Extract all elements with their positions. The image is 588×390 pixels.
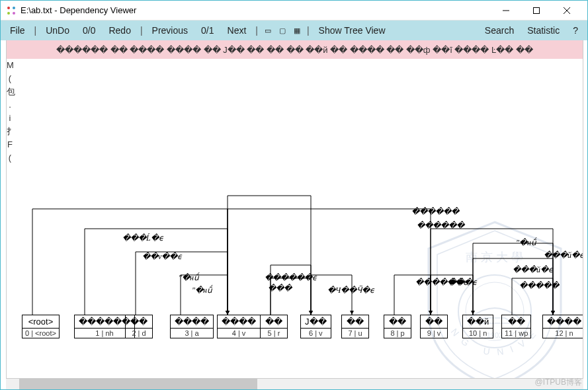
- layout-full-icon[interactable]: ▢: [276, 25, 288, 36]
- dependency-node[interactable]: J��6 | v: [300, 315, 331, 338]
- dependency-node[interactable]: ��9 | v: [420, 315, 448, 338]
- menu-undo[interactable]: UnDo: [40, 24, 75, 37]
- arc-label: ������: [417, 221, 464, 231]
- svg-point-0: [7, 7, 10, 9]
- menu-help[interactable]: ?: [567, 24, 583, 37]
- nodes-row: <root>0 | <root>������1 | nh��2 | d����3…: [16, 315, 583, 341]
- nav-count: 0/1: [196, 24, 219, 37]
- horizontal-scrollbar[interactable]: [6, 379, 583, 389]
- menu-separator: |: [139, 25, 144, 36]
- layout-grid-icon[interactable]: ▦: [291, 25, 303, 36]
- svg-point-3: [13, 12, 15, 15]
- dependency-node[interactable]: ��7 | u: [341, 315, 369, 338]
- menu-previous[interactable]: Previous: [147, 24, 193, 37]
- menu-statistic[interactable]: Statistic: [522, 24, 565, 37]
- close-button[interactable]: [552, 1, 582, 20]
- dependency-node[interactable]: ����12 | n: [542, 315, 583, 338]
- arc-label: ���: [268, 284, 292, 293]
- menu-separator: |: [33, 25, 38, 36]
- arc-label: ���ϵ: [448, 278, 477, 288]
- arc-label: ���й�ϵ: [544, 251, 583, 260]
- minimize-button[interactable]: [491, 1, 521, 20]
- dependency-node[interactable]: ��й10 | n: [462, 315, 493, 338]
- menu-next[interactable]: Next: [222, 24, 252, 37]
- dependency-node[interactable]: ����3 | a: [170, 315, 214, 338]
- menu-separator: |: [254, 25, 259, 36]
- dependency-node[interactable]: ��11 | wp: [501, 315, 531, 338]
- menubar: File | UnDo 0/0 Redo | Previous 0/1 Next…: [1, 20, 587, 40]
- scrollbar-thumb[interactable]: [19, 379, 257, 389]
- dependency-node[interactable]: ��5 | r: [260, 315, 288, 338]
- arc-label: "�нṹ: [192, 286, 212, 295]
- dependency-node[interactable]: ����4 | v: [217, 315, 261, 338]
- menu-separator: |: [306, 25, 311, 36]
- arc-label: "�нṹ: [179, 273, 199, 283]
- svg-point-2: [7, 12, 10, 15]
- page-watermark: @ITPUB博客: [534, 377, 582, 388]
- titlebar: E:\ab.txt - Dependency Viewer: [1, 1, 587, 20]
- arc-label: "�нṹ: [516, 238, 536, 248]
- arc-label: ���Ĺ�ϵ: [122, 233, 163, 243]
- dependency-node[interactable]: ��2 | d: [125, 315, 153, 338]
- undo-count: 0/0: [77, 24, 101, 37]
- menu-search[interactable]: Search: [480, 24, 519, 37]
- dependency-node[interactable]: ��8 | p: [384, 315, 411, 338]
- layout-half-icon[interactable]: ▭: [262, 25, 274, 36]
- dependency-canvas: ������ �� ���� ���� �� J�� �� �� �� ��й …: [6, 40, 583, 379]
- arc-label: ������ϵ: [265, 273, 317, 283]
- app-icon: [6, 5, 17, 16]
- arc-label: ���й�ϵ: [513, 265, 553, 275]
- menu-redo[interactable]: Redo: [103, 24, 136, 37]
- window-title: E:\ab.txt - Dependency Viewer: [21, 5, 491, 15]
- arc-label: �����: [519, 281, 559, 291]
- svg-rect-5: [534, 7, 540, 13]
- arc-label: �Ч��Ӵ�ϵ: [327, 286, 374, 295]
- arc-label: ��ν��ϵ: [142, 252, 182, 262]
- menu-file[interactable]: File: [5, 24, 30, 37]
- dependency-node[interactable]: <root>0 | <root>: [22, 315, 60, 338]
- menu-show-tree[interactable]: Show Tree View: [314, 24, 391, 37]
- arc-label: ������: [411, 207, 459, 217]
- svg-point-1: [13, 7, 15, 9]
- maximize-button[interactable]: [521, 1, 552, 20]
